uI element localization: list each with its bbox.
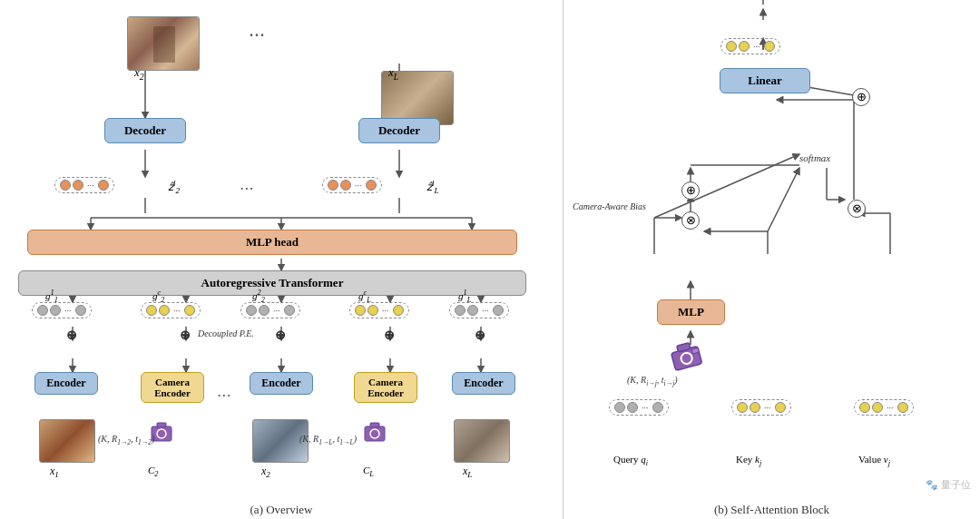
label-g2c: gc2	[152, 289, 164, 304]
circle-plus-left: ⊕	[681, 181, 700, 200]
camera-encoder-1: CameraEncoder	[141, 372, 204, 403]
label-x2-bot: x2	[261, 465, 270, 479]
token-group-z2: ···	[54, 177, 114, 193]
token-group-g2c: ···	[141, 302, 201, 318]
plus-2: ⊕	[180, 328, 191, 343]
label-gL: g1L	[458, 289, 471, 304]
label-camera-1: C2	[148, 465, 158, 478]
encoder-3: Encoder	[452, 372, 515, 395]
mlp-box: MLP	[657, 299, 725, 325]
autoregressive-transformer: Autoregressive Transformer	[18, 270, 526, 296]
query-token-group: ···	[609, 399, 669, 416]
label-xL-bot: xL	[463, 465, 472, 479]
encoder-1: Encoder	[34, 372, 98, 395]
label-x2-top: x2	[134, 65, 144, 82]
camera-aware-bias-label: Camera-Aware Bias	[573, 201, 646, 211]
circle-times-left: ⊗	[681, 211, 700, 230]
token-group-g1: ···	[32, 302, 92, 318]
plus-1: ⊕	[66, 328, 77, 343]
token-group-gL: ···	[449, 302, 509, 318]
label-z2hat: ẑl2	[168, 179, 180, 195]
svg-rect-31	[370, 423, 379, 427]
token-group-zL: ···	[322, 177, 382, 193]
query-label: Query qi	[613, 454, 648, 467]
label-zLhat: ẑlL	[426, 179, 439, 195]
thumb-x1	[39, 419, 95, 463]
left-caption: (a) Overview	[250, 503, 313, 517]
label-camera-2: CL	[363, 465, 374, 478]
decoder-2: Decoder	[358, 118, 440, 143]
svg-line-47	[768, 168, 799, 231]
softmax-label: softmax	[799, 152, 830, 163]
label-g1: g11	[45, 289, 58, 304]
right-panel: ··· Linear ⊕ ⊗ softmax ⊕ ⊗ Camera-Aware …	[563, 0, 980, 519]
key-token-group: ···	[731, 399, 791, 416]
main-container: x2 xL ··· Decoder Decoder ··· ẑl2 ··· ẑl…	[0, 0, 980, 519]
output-token-group: ···	[720, 38, 780, 54]
mlp-head: MLP head	[27, 230, 517, 255]
label-g2: g22	[252, 289, 265, 304]
camera-encoder-2: CameraEncoder	[354, 372, 417, 403]
thumb-xL-bot	[454, 419, 510, 463]
encoder-2: Encoder	[250, 372, 313, 395]
svg-rect-57	[691, 348, 699, 354]
plus-5: ⊕	[475, 328, 485, 343]
linear-box: Linear	[720, 68, 810, 93]
svg-rect-28	[157, 423, 166, 427]
encoder-ellipsis: ···	[218, 388, 232, 403]
camera-params-1: (K, R1→2, t1→2)	[98, 434, 154, 446]
right-caption: (b) Self-Attention Block	[714, 503, 829, 517]
key-label: Key kj	[736, 454, 761, 467]
token-group-gLc: ···	[349, 302, 409, 318]
svg-line-46	[654, 154, 799, 218]
label-gLc: gcL	[358, 289, 371, 304]
circle-plus-top: ⊕	[852, 88, 870, 106]
label-x1-bot: x1	[50, 465, 59, 479]
mid-ellipsis: ···	[240, 181, 255, 196]
decoupled-pe-label: Decoupled P.E.	[198, 328, 254, 338]
image-x2	[127, 16, 200, 71]
label-xL-top: xL	[388, 65, 398, 82]
plus-4: ⊕	[384, 328, 395, 343]
value-label: Value vj	[858, 454, 890, 467]
plus-3: ⊕	[275, 328, 286, 343]
watermark: 🐾 量子位	[926, 478, 971, 492]
camera-icon-right	[664, 336, 708, 376]
camera-params-2: (K, R1→L, t1→L)	[299, 434, 357, 446]
left-panel: x2 xL ··· Decoder Decoder ··· ẑl2 ··· ẑl…	[0, 0, 563, 519]
camera-params-right: (K, Ri→j, ti→j)	[627, 375, 678, 387]
top-ellipsis: ···	[250, 27, 266, 44]
decoder-1: Decoder	[104, 118, 186, 143]
value-token-group: ···	[854, 399, 914, 416]
camera-icon-2	[361, 419, 388, 445]
token-group-g2: ···	[240, 302, 300, 318]
circle-times-right: ⊗	[848, 200, 866, 218]
